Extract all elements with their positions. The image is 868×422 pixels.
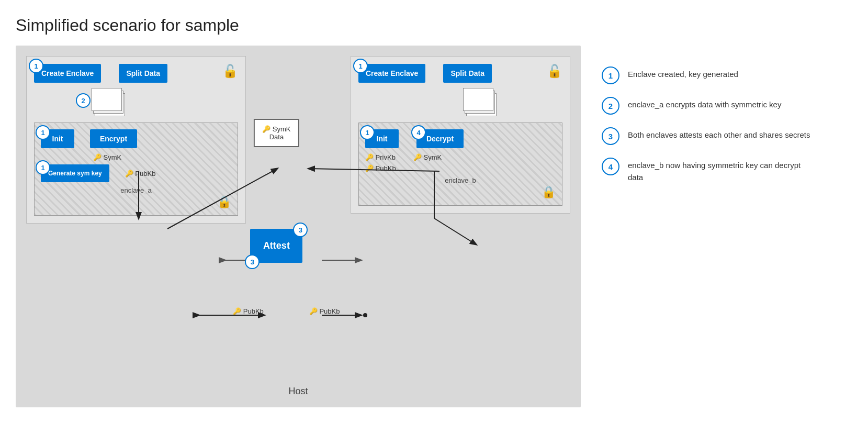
right-privkb-label: 🔑 PrivKb — [365, 153, 396, 161]
legend-text-3: Both enclaves attests each other and sha… — [628, 127, 810, 141]
right-data-card-1 — [463, 88, 493, 111]
svg-point-9 — [363, 313, 367, 317]
right-init-badge: 1 — [360, 125, 375, 140]
right-unlock-icon: 🔓 — [547, 64, 562, 83]
right-enclave-row1: 1 Init 4 Decrypt — [365, 129, 556, 148]
symk-data-label: Data — [262, 133, 290, 141]
left-split-data-btn[interactable]: Split Data — [119, 64, 167, 83]
data-card-1 — [92, 88, 122, 111]
page-title: Simplified scenario for sample — [16, 16, 852, 35]
left-pubkb-label: 🔑 PubKb — [125, 170, 156, 177]
legend-item-4: 4 enclave_b now having symmetric key can… — [602, 158, 811, 183]
legend-circle-3: 3 — [602, 127, 619, 145]
attest-area: 3 Attest 3 — [250, 229, 302, 263]
diagram-area: 1 Create Enclave Split Data 🔓 2 Data — [16, 46, 581, 407]
middle-pubkb-right: 🔑 PubKb — [309, 307, 340, 315]
left-unlock-icon: 🔓 — [222, 64, 238, 83]
main-container: 1 Create Enclave Split Data 🔓 2 Data — [16, 46, 852, 407]
right-pubkb-row: 🔑 PubKb — [365, 164, 556, 172]
diagram-inner: 1 Create Enclave Split Data 🔓 2 Data — [26, 56, 570, 381]
left-gen-badge: 1 — [36, 160, 50, 175]
svg-line-4 — [434, 218, 476, 245]
legend-text-1: Enclave created, key generated — [628, 66, 738, 81]
legend-text-2: enclave_a encrypts data with symmetric k… — [628, 97, 781, 111]
left-enclave-row1: 1 Init Encrypt — [41, 129, 231, 148]
legend-text-4: enclave_b now having symmetric key can d… — [628, 158, 811, 183]
legend-item-1: 1 Enclave created, key generated — [602, 66, 811, 84]
right-enclave-label: enclave_b — [365, 176, 556, 184]
left-encrypt-btn[interactable]: Encrypt — [90, 129, 137, 148]
right-pubkb-label: 🔑 PubKb — [365, 164, 396, 172]
right-enclave-zone: 1 Init 4 Decrypt 🔑 PrivKb 🔑 SymK 🔑 P — [358, 123, 562, 206]
left-enclave-label: enclave_a — [41, 186, 231, 194]
left-generate-btn[interactable]: Generate sym key — [41, 164, 109, 182]
right-lock-icon: 🔒 — [365, 185, 556, 199]
left-data-stack: Data — [92, 88, 125, 118]
legend-circle-2: 2 — [602, 97, 619, 115]
left-data-area: 2 Data — [92, 88, 238, 118]
left-init-badge: 1 — [36, 125, 50, 140]
left-create-badge: 1 — [29, 59, 43, 73]
left-host-box: 1 Create Enclave Split Data 🔓 2 Data — [26, 56, 246, 224]
legend-item-3: 3 Both enclaves attests each other and s… — [602, 127, 811, 145]
legend: 1 Enclave created, key generated 2 encla… — [602, 46, 811, 183]
left-gensym-row: 1 Generate sym key 🔑 PubKb — [41, 164, 231, 182]
symk-data-box: 🔑 SymK Data — [254, 119, 299, 147]
left-symk-label: 🔑 SymK — [93, 153, 121, 161]
right-create-enclave-btn[interactable]: Create Enclave — [358, 64, 425, 83]
legend-circle-4: 4 — [602, 158, 619, 175]
host-label: Host — [26, 386, 570, 397]
right-data-area: Data — [463, 88, 562, 118]
left-top-buttons: 1 Create Enclave Split Data 🔓 — [34, 64, 238, 83]
symk-data-key-icon: 🔑 SymK — [262, 125, 290, 133]
right-privkb-row: 🔑 PrivKb 🔑 SymK — [365, 153, 556, 161]
legend-item-2: 2 enclave_a encrypts data with symmetric… — [602, 97, 811, 115]
right-data-stack: Data — [463, 88, 497, 118]
left-enclave-zone: 1 Init Encrypt 🔑 SymK 1 Generate sym key — [34, 123, 238, 216]
right-symk-label: 🔑 SymK — [413, 153, 442, 161]
middle-pubkb-left: 🔑 PubKb — [233, 307, 264, 315]
left-create-enclave-btn[interactable]: Create Enclave — [34, 64, 101, 83]
legend-circle-1: 1 — [602, 66, 619, 84]
left-symk-row: 🔑 SymK — [93, 153, 231, 161]
right-split-data-btn[interactable]: Split Data — [443, 64, 492, 83]
right-create-badge: 1 — [353, 59, 368, 73]
attest-badge-top: 3 — [293, 223, 308, 237]
right-host-box: 1 Create Enclave Split Data 🔓 Data — [351, 56, 570, 214]
left-data-badge: 2 — [76, 93, 91, 108]
left-lock-icon: 🔒 — [41, 195, 231, 209]
attest-badge-bottom: 3 — [245, 254, 260, 269]
right-decrypt-badge: 4 — [411, 125, 426, 140]
right-top-buttons: 1 Create Enclave Split Data 🔓 — [358, 64, 562, 83]
